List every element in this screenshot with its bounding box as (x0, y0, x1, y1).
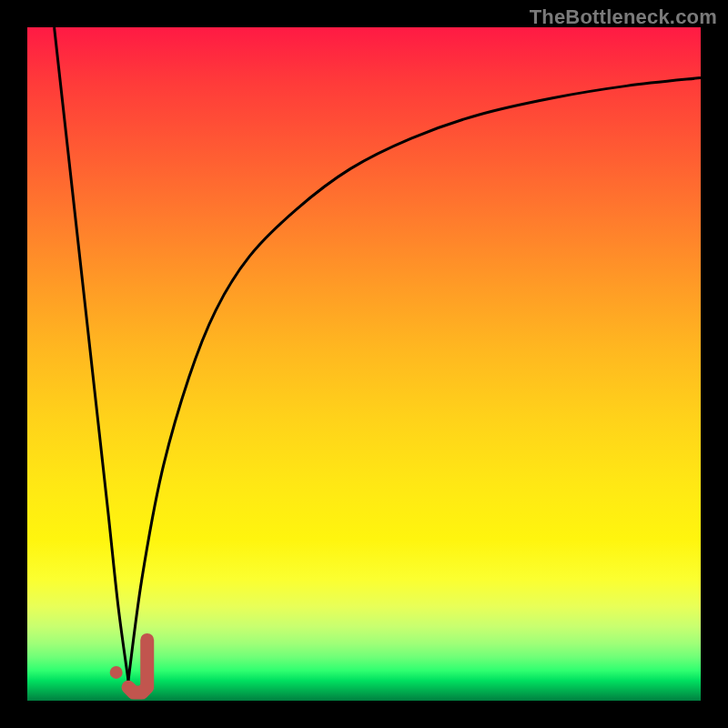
chart-frame: TheBottleneck.com (0, 0, 728, 728)
right-branch-line (128, 78, 701, 681)
curve-layer (27, 27, 701, 701)
left-branch-line (55, 27, 128, 681)
plot-area (27, 27, 701, 701)
j-marker-dot (110, 666, 123, 679)
watermark-text: TheBottleneck.com (530, 5, 717, 29)
